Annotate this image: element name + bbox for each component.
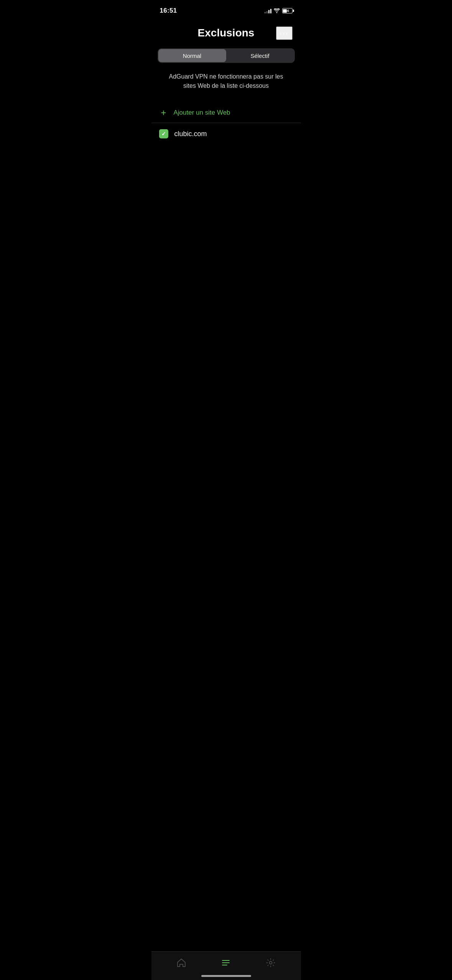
description-text: AdGuard VPN ne fonctionnera pas sur les … <box>151 72 301 103</box>
checkbox-clubic[interactable]: ✓ <box>159 129 168 138</box>
add-site-button[interactable]: + Ajouter un site Web <box>151 103 301 123</box>
plus-icon: + <box>159 108 168 117</box>
page-header: Exclusions ··· <box>151 19 301 48</box>
status-icons: 46 <box>265 8 293 13</box>
battery-level: 46 <box>285 9 289 13</box>
tab-normal[interactable]: Normal <box>158 49 226 62</box>
status-time: 16:51 <box>160 7 177 15</box>
battery-icon: 46 <box>282 8 293 13</box>
more-options-button[interactable]: ··· <box>276 26 293 40</box>
tab-switcher: Normal Sélectif <box>158 48 295 63</box>
page-title: Exclusions <box>198 27 255 39</box>
tab-selective[interactable]: Sélectif <box>226 49 294 62</box>
signal-bars-icon <box>265 8 271 13</box>
checkmark-icon: ✓ <box>161 131 166 137</box>
status-bar: 16:51 46 <box>151 0 301 19</box>
list-item: ✓ clubic.com <box>151 123 301 145</box>
site-domain: clubic.com <box>174 130 207 138</box>
wifi-icon <box>274 8 280 13</box>
add-site-label: Ajouter un site Web <box>174 109 230 117</box>
